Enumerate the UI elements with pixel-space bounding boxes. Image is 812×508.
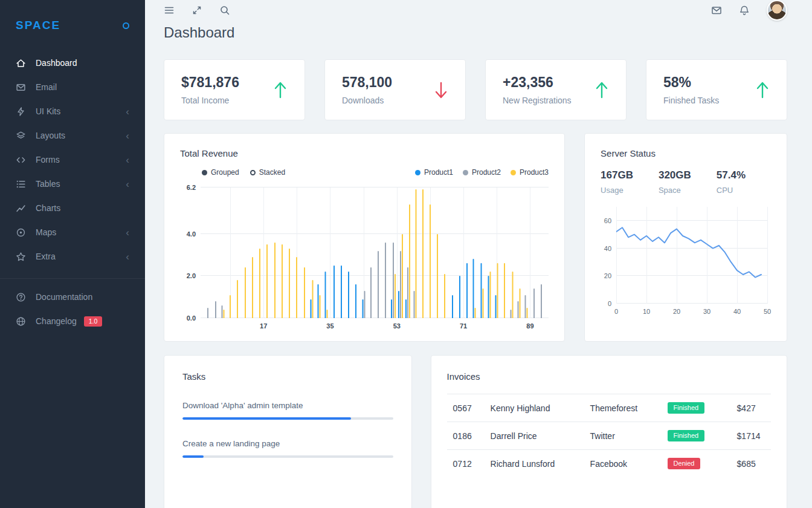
metric-value: 320GB [659,169,691,181]
task-progress-fill [182,417,351,420]
mail-icon [16,82,26,93]
search-button[interactable] [219,4,231,16]
server-y-axis: 0204060 [601,207,616,304]
fullscreen-button[interactable] [192,4,204,16]
sidebar-item-extra[interactable]: Extra ‹ [0,244,145,269]
task-progress-bar [182,455,393,458]
task-label: Download 'Alpha' admin template [182,401,393,410]
user-avatar[interactable] [767,0,787,21]
stat-value: $781,876 [181,74,239,91]
sidebar-item-label: Dashboard [36,58,77,68]
sidebar-item-forms[interactable]: Forms ‹ [0,148,145,172]
star-icon [16,252,26,262]
revenue-x-axis: 1735537189 [201,318,549,331]
task-item[interactable]: Download 'Alpha' admin template [182,401,393,420]
sidebar-item-ui-kits[interactable]: UI Kits ‹ [0,99,145,123]
legend-product1[interactable]: Product1 [415,168,453,177]
sidebar-item-email[interactable]: Email [0,75,145,99]
legend-grouped[interactable]: Grouped [202,168,239,177]
sidebar-item-label: Changelog [36,316,77,326]
charts-row: Total Revenue Grouped Stacked Product1 P… [164,133,787,342]
bell-icon [739,5,751,16]
task-item[interactable]: Create a new landing page [182,439,393,458]
invoice-row[interactable]: 0712 Richard Lunsford Facebook Denied $6… [447,449,771,477]
revenue-plot [201,187,549,318]
list-icon [16,179,26,189]
tasks-card: Tasks Download 'Alpha' admin template Cr… [164,355,412,508]
bolt-icon [16,106,26,117]
trend-up-icon [755,81,770,99]
version-badge: 1.0 [84,316,103,327]
legend-product3[interactable]: Product3 [511,168,549,177]
invoice-amount: $427 [737,403,771,413]
chevron-left-icon: ‹ [126,227,129,238]
metric-value: 167GB [601,169,633,181]
metric-value: 57.4% [717,169,746,181]
invoices-card: Invoices 0567 Kenny Highland Themeforest… [431,355,787,508]
stats-row: $781,876 Total Income 578,100 Downloads … [164,59,787,120]
invoice-name: Kenny Highland [491,403,590,413]
legend-label: Grouped [211,168,239,177]
sidebar-item-label: Charts [36,203,60,213]
menu-icon [164,5,176,16]
legend-product2[interactable]: Product2 [463,168,501,177]
menu-toggle-button[interactable] [164,4,176,16]
sidebar-item-maps[interactable]: Maps ‹ [0,220,145,244]
stat-label: Downloads [342,96,392,105]
invoice-id: 0186 [453,431,491,441]
invoice-name: Darrell Price [491,431,590,441]
stat-label: Total Income [181,96,239,105]
stacked-dot-icon [250,170,256,175]
invoice-row[interactable]: 0567 Kenny Highland Themeforest Finished… [447,394,771,422]
status-badge: Finished [668,402,705,414]
invoice-platform: Facebook [590,459,668,469]
task-label: Create a new landing page [182,439,393,448]
sidebar-item-charts[interactable]: Charts [0,196,145,220]
legend-stacked[interactable]: Stacked [250,168,285,177]
task-progress-fill [182,455,204,458]
trend-up-icon [273,81,288,99]
product3-dot-icon [511,170,516,175]
stat-card-new-registrations[interactable]: +23,356 New Registrations [485,59,627,120]
product1-dot-icon [415,170,420,175]
page-title: Dashboard [164,24,787,41]
sidebar-item-tables[interactable]: Tables ‹ [0,172,145,196]
trend-down-icon [434,81,448,99]
sidebar-item-label: UI Kits [36,106,60,116]
stat-card-downloads[interactable]: 578,100 Downloads [324,59,466,120]
revenue-bars [201,187,549,318]
logo-circle-icon[interactable] [123,22,129,29]
invoice-id: 0712 [453,459,491,469]
chart-icon [16,203,26,213]
invoice-row[interactable]: 0186 Darrell Price Twitter Finished $171… [447,422,771,449]
stat-label: Finished Tasks [663,96,719,105]
sidebar-item-dashboard[interactable]: Dashboard [0,51,145,75]
messages-button[interactable] [711,4,723,16]
server-x-axis: 01020304050 [616,304,767,316]
stat-card-finished-tasks[interactable]: 58% Finished Tasks [646,59,787,120]
home-icon [16,58,26,68]
sidebar-item-documentation[interactable]: Documentation [0,285,145,309]
metric-label: Space [659,186,691,195]
stat-value: +23,356 [503,74,572,91]
stat-card-total-income[interactable]: $781,876 Total Income [164,59,305,120]
sidebar-item-changelog[interactable]: Changelog 1.0 [0,309,145,333]
search-icon [219,5,231,16]
chevron-left-icon: ‹ [126,106,129,117]
sidebar-item-label: Layouts [36,131,65,140]
metric-space: 320GB Space [659,169,691,195]
total-revenue-card: Total Revenue Grouped Stacked Product1 P… [164,133,565,342]
sidebar: SPACE Dashboard Email UI Kits ‹ Layouts … [0,0,145,508]
sidebar-item-label: Maps [36,227,56,237]
metric-label: CPU [717,186,746,195]
sidebar-nav: Dashboard Email UI Kits ‹ Layouts ‹ Form… [0,51,145,508]
sidebar-item-layouts[interactable]: Layouts ‹ [0,123,145,148]
server-plot [616,207,767,304]
stat-value: 58% [663,74,719,91]
revenue-y-axis: 0.02.04.06.2 [180,187,201,318]
stat-label: New Registrations [503,96,572,105]
sidebar-item-label: Email [36,82,57,92]
server-line-chart-wrap: 0204060 [601,207,771,304]
notifications-button[interactable] [739,4,751,16]
series-legend: Product1 Product2 Product3 [405,168,549,177]
